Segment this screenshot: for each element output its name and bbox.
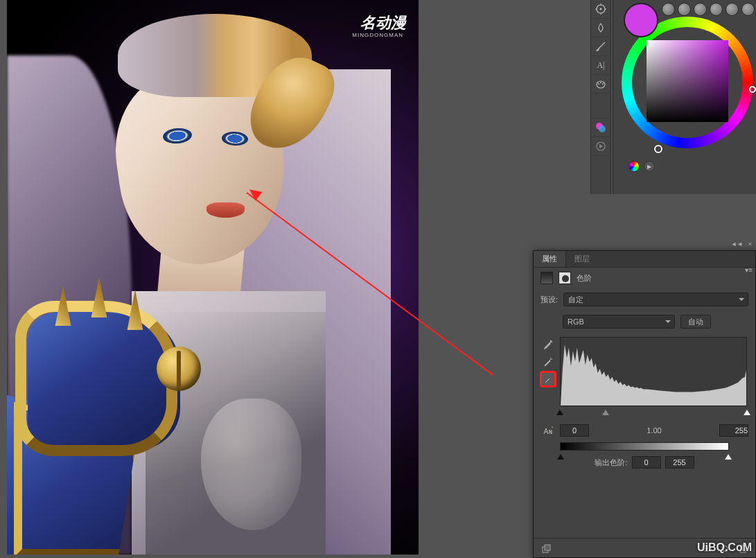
output-label: 输出色阶: <box>595 457 627 468</box>
mini-swatch-icon[interactable] <box>741 3 755 16</box>
mini-swatch-icon[interactable] <box>678 3 691 16</box>
levels-warn-icon <box>540 424 556 437</box>
artwork-logo: 名动漫 <box>360 12 406 33</box>
panel-menu-icon[interactable]: ▾≡ <box>745 266 753 274</box>
input-sliders[interactable] <box>560 406 747 416</box>
mini-swatch-icon[interactable] <box>662 3 675 16</box>
preset-dropdown[interactable]: 自定 <box>563 293 748 306</box>
clip-to-layer-icon[interactable] <box>539 541 553 555</box>
channel-dropdown[interactable]: RGB <box>563 315 675 329</box>
tool-text[interactable]: A| <box>591 56 610 75</box>
panel-collapse-arrows[interactable]: ◄◄ × <box>533 241 756 250</box>
output-black-slider[interactable] <box>557 451 564 460</box>
eyedropper-black-icon[interactable] <box>540 337 556 352</box>
svg-point-11 <box>599 125 606 132</box>
artwork-logo-sub: MINGDONGMAN <box>352 32 403 38</box>
input-gamma-value: 1.00 <box>647 426 661 435</box>
tool-play[interactable] <box>591 137 610 156</box>
tool-blur[interactable] <box>591 19 610 37</box>
hue-picker-handle[interactable] <box>654 145 662 153</box>
preset-label: 预设: <box>540 295 558 305</box>
input-gamma-slider[interactable] <box>602 406 609 415</box>
eyedropper-white-icon[interactable] <box>540 372 556 387</box>
input-black-slider[interactable] <box>556 406 563 415</box>
color-panel: ▶ <box>613 0 756 194</box>
svg-point-1 <box>600 8 602 10</box>
input-white-value[interactable] <box>719 424 748 437</box>
histogram <box>560 337 747 406</box>
watermark: UiBQ.CoM <box>697 541 752 554</box>
tool-column: A| <box>590 0 611 194</box>
adjustment-header: 色阶 <box>534 268 755 288</box>
color-square-handle[interactable] <box>749 86 756 93</box>
mini-swatch-icon[interactable] <box>694 3 707 16</box>
canvas-area[interactable]: 名动漫 MINGDONGMAN <box>7 0 419 555</box>
color-play-icon[interactable]: ▶ <box>644 161 655 172</box>
tool-brush[interactable] <box>591 37 610 56</box>
svg-point-9 <box>602 83 604 85</box>
output-white-value[interactable] <box>665 456 694 469</box>
properties-panel: 属性 图层 ▾≡ 色阶 预设: 自定 RGB 自动 1.00 <box>533 250 756 558</box>
mini-swatch-icon[interactable] <box>726 3 739 16</box>
panel-tabs: 属性 图层 ▾≡ <box>534 251 755 268</box>
tool-palette[interactable] <box>591 75 610 94</box>
output-white-slider[interactable] <box>725 451 732 460</box>
eyedropper-gray-icon[interactable] <box>540 354 556 369</box>
tab-properties[interactable]: 属性 <box>534 251 566 267</box>
adjustment-title: 色阶 <box>577 273 592 284</box>
foreground-color-swatch[interactable] <box>624 3 658 37</box>
output-gradient[interactable] <box>560 442 729 451</box>
auto-button[interactable]: 自动 <box>680 315 711 329</box>
artwork-image: 名动漫 MINGDONGMAN <box>7 0 419 555</box>
svg-point-7 <box>598 83 599 85</box>
color-history-icon[interactable] <box>628 161 640 172</box>
tab-layers[interactable]: 图层 <box>566 251 598 267</box>
input-black-value[interactable] <box>560 424 589 437</box>
layer-mask-icon[interactable] <box>559 272 571 284</box>
svg-rect-14 <box>545 545 550 550</box>
output-black-value[interactable] <box>632 456 661 469</box>
color-square[interactable] <box>647 40 728 122</box>
mini-swatch-icon[interactable] <box>710 3 723 16</box>
input-white-slider[interactable] <box>744 406 750 415</box>
svg-point-8 <box>600 82 601 83</box>
tool-swatches[interactable] <box>591 119 610 137</box>
levels-adjustment-icon[interactable] <box>540 272 553 284</box>
tool-target[interactable] <box>591 0 610 19</box>
